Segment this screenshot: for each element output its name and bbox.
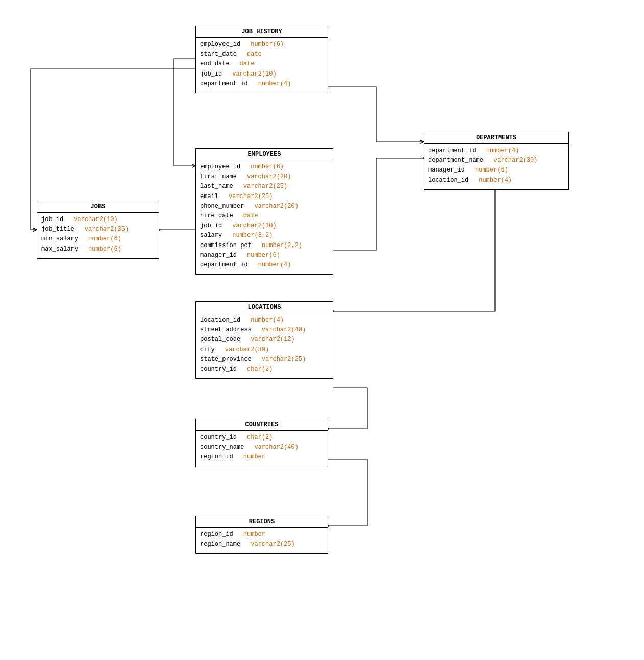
table-departments-body: department_idnumber(4) department_nameva…	[424, 144, 568, 189]
table-jobs-header: JOBS	[37, 201, 159, 213]
table-row: country_idchar(2)	[200, 433, 324, 443]
table-locations-body: location_idnumber(4) street_addressvarch…	[196, 313, 333, 378]
dept-to-loc-line	[333, 181, 495, 311]
table-regions-body: region_idnumber region_namevarchar2(25)	[196, 528, 328, 553]
table-employees-body: employee_idnumber(6) first_namevarchar2(…	[196, 160, 333, 274]
table-row: department_idnumber(4)	[428, 146, 564, 156]
table-row: emailvarchar2(25)	[200, 192, 329, 202]
table-jobs-body: job_idvarchar2(10) job_titlevarchar2(35)…	[37, 213, 159, 258]
table-departments: DEPARTMENTS department_idnumber(4) depar…	[424, 132, 569, 190]
table-regions-header: REGIONS	[196, 516, 328, 528]
table-row: hire_datedate	[200, 211, 329, 221]
table-row: department_namevarchar2(30)	[428, 156, 564, 165]
table-row: country_namevarchar2(40)	[200, 443, 324, 452]
table-row: manager_idnumber(6)	[200, 251, 329, 260]
table-row: department_idnumber(4)	[200, 79, 324, 89]
table-row: country_idchar(2)	[200, 364, 329, 374]
table-row: location_idnumber(4)	[200, 315, 329, 325]
table-job-history-body: employee_idnumber(6) start_datedate end_…	[196, 38, 328, 93]
table-row: job_titlevarchar2(35)	[41, 225, 155, 234]
table-row: start_datedate	[200, 50, 324, 59]
erd-diagram: JOB_HISTORY employee_idnumber(6) start_d…	[0, 0, 644, 660]
table-row: job_idvarchar2(10)	[200, 221, 329, 231]
table-row: employee_idnumber(6)	[200, 162, 329, 172]
table-row: cityvarchar2(30)	[200, 345, 329, 355]
table-countries: COUNTRIES country_idchar(2) country_name…	[195, 419, 328, 467]
table-row: commission_pctnumber(2,2)	[200, 241, 329, 251]
table-job-history: JOB_HISTORY employee_idnumber(6) start_d…	[195, 26, 328, 93]
table-locations: LOCATIONS location_idnumber(4) street_ad…	[195, 301, 333, 379]
table-row: end_datedate	[200, 59, 324, 69]
jh-to-dept-line	[328, 87, 424, 142]
table-jobs: JOBS job_idvarchar2(10) job_titlevarchar…	[37, 201, 159, 259]
table-row: region_namevarchar2(25)	[200, 540, 324, 549]
table-row: state_provincevarchar2(25)	[200, 355, 329, 364]
table-locations-header: LOCATIONS	[196, 302, 333, 313]
table-row: job_idvarchar2(10)	[41, 215, 155, 225]
table-row: job_idvarchar2(10)	[200, 69, 324, 79]
table-row: manager_idnumber(6)	[428, 165, 564, 175]
table-row: last_namevarchar2(25)	[200, 182, 329, 191]
table-row: location_idnumber(4)	[428, 176, 564, 185]
table-row: region_idnumber	[200, 452, 324, 462]
table-row: first_namevarchar2(20)	[200, 172, 329, 182]
country-to-region-line	[328, 459, 367, 526]
table-job-history-header: JOB_HISTORY	[196, 26, 328, 38]
table-row: street_addressvarchar2(40)	[200, 325, 329, 335]
emp-to-dept-line	[333, 158, 424, 250]
loc-to-country-line	[328, 388, 367, 429]
table-departments-header: DEPARTMENTS	[424, 132, 568, 144]
table-row: salarynumber(8,2)	[200, 231, 329, 240]
table-employees-header: EMPLOYEES	[196, 149, 333, 160]
table-countries-header: COUNTRIES	[196, 419, 328, 431]
table-employees: EMPLOYEES employee_idnumber(6) first_nam…	[195, 148, 333, 275]
table-regions: REGIONS region_idnumber region_namevarch…	[195, 516, 328, 554]
table-countries-body: country_idchar(2) country_namevarchar2(4…	[196, 431, 328, 467]
jh-to-emp-line	[174, 59, 195, 166]
table-row: region_idnumber	[200, 530, 324, 540]
table-row: department_idnumber(4)	[200, 260, 329, 270]
table-row: phone_numbervarchar2(20)	[200, 202, 329, 211]
table-row: min_salarynumber(6)	[41, 234, 155, 244]
table-row: postal_codevarchar2(12)	[200, 335, 329, 345]
table-row: employee_idnumber(6)	[200, 40, 324, 50]
table-row: max_salarynumber(6)	[41, 245, 155, 254]
